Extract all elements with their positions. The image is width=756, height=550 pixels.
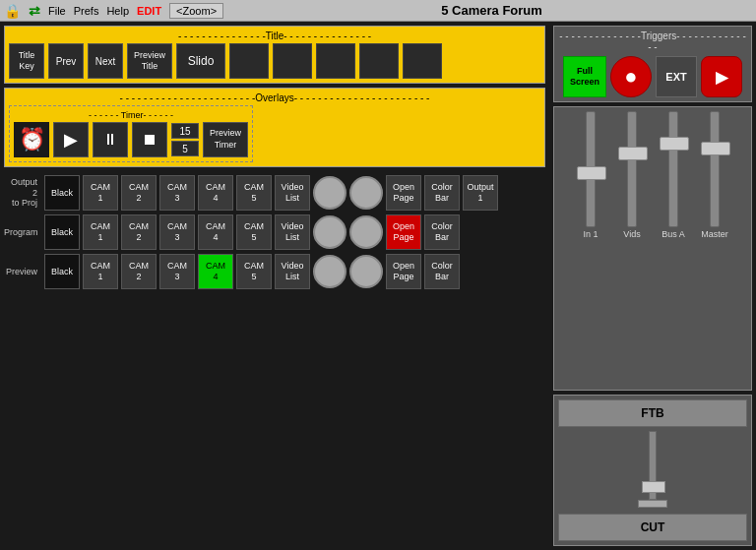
menu-help[interactable]: Help bbox=[106, 5, 129, 17]
window-title: 5 Camera Forum bbox=[231, 3, 752, 18]
triggers-row: FullScreen ● EXT ▶ bbox=[558, 56, 747, 97]
timer-clock-icon: ⏰ bbox=[14, 122, 49, 157]
bus-btn-2-0[interactable]: Black bbox=[44, 254, 80, 289]
fader-label-0: In 1 bbox=[583, 229, 598, 239]
bus-btn-0-7[interactable] bbox=[313, 176, 346, 210]
record-button[interactable]: ● bbox=[610, 56, 652, 97]
fader-track-1 bbox=[627, 111, 637, 227]
bus-btn-1-1[interactable]: CAM1 bbox=[83, 214, 118, 250]
title-section: - - - - - - - - - - - - - - -Title- - - … bbox=[4, 26, 545, 84]
fader-handle-0[interactable] bbox=[577, 166, 606, 180]
title-empty-buttons bbox=[229, 43, 442, 79]
bus-btn-0-0[interactable]: Black bbox=[44, 175, 80, 211]
title-empty-1[interactable] bbox=[229, 43, 269, 79]
bus-btn-2-3[interactable]: CAM3 bbox=[159, 254, 195, 289]
ext-button[interactable]: EXT bbox=[656, 56, 697, 97]
bus-btn-2-6[interactable]: VideoList bbox=[275, 254, 310, 289]
mixer-channel-2: Bus A bbox=[656, 111, 691, 239]
title-empty-5[interactable] bbox=[403, 43, 442, 79]
bus-row-2: PreviewBlackCAM1CAM2CAM3CAM4CAM5VideoLis… bbox=[4, 254, 545, 289]
bus-btn-2-1[interactable]: CAM1 bbox=[83, 254, 118, 289]
bus-rows: Output 2to ProjBlackCAM1CAM2CAM3CAM4CAM5… bbox=[4, 175, 545, 289]
bus-btn-0-9[interactable]: OpenPage bbox=[386, 175, 421, 211]
bus-btn-0-4[interactable]: CAM4 bbox=[198, 175, 233, 211]
fader-track-2 bbox=[668, 111, 678, 227]
bus-row-label-0: Output 2to Proj bbox=[4, 177, 41, 209]
title-empty-4[interactable] bbox=[359, 43, 399, 79]
timer-section: - - - - - - Timer- - - - - - ⏰ ▶ ⏸ ⏹ 15 … bbox=[9, 105, 253, 162]
bus-btn-1-10[interactable]: ColorBar bbox=[424, 214, 460, 250]
fader-label-3: Master bbox=[701, 229, 728, 239]
timer-num-2[interactable]: 5 bbox=[171, 141, 199, 156]
prev-button[interactable]: Prev bbox=[48, 43, 84, 79]
next-button[interactable]: Next bbox=[88, 43, 123, 79]
triggers-section: - - - - - - - - - - - - - -Triggers- - -… bbox=[553, 26, 752, 102]
title-empty-3[interactable] bbox=[316, 43, 355, 79]
ftb-fader-base bbox=[638, 500, 667, 508]
timer-controls: ⏰ ▶ ⏸ ⏹ 15 5 PreviewTimer bbox=[14, 122, 248, 157]
bus-btn-2-8[interactable] bbox=[349, 255, 383, 288]
triggers-label: - - - - - - - - - - - - - -Triggers- - -… bbox=[558, 31, 747, 52]
bus-btn-0-10[interactable]: ColorBar bbox=[424, 175, 460, 211]
mixer-section: In 1VidsBus AMaster bbox=[553, 106, 752, 391]
cut-button[interactable]: CUT bbox=[558, 514, 747, 541]
overlays-label: - - - - - - - - - - - - - - - - - - - - … bbox=[9, 92, 540, 103]
title-section-label: - - - - - - - - - - - - - - -Title- - - … bbox=[9, 31, 540, 41]
timer-numbers: 15 5 bbox=[171, 123, 199, 156]
fader-handle-3[interactable] bbox=[701, 142, 730, 155]
bus-btn-0-3[interactable]: CAM3 bbox=[159, 175, 195, 211]
left-panel: - - - - - - - - - - - - - - -Title- - - … bbox=[0, 22, 549, 550]
bus-btn-0-2[interactable]: CAM2 bbox=[121, 175, 157, 211]
mixer-channel-1: Vids bbox=[614, 111, 650, 239]
ftb-button[interactable]: FTB bbox=[558, 399, 747, 427]
bus-btn-2-4[interactable]: CAM4 bbox=[198, 254, 233, 289]
fader-label-1: Vids bbox=[623, 229, 640, 239]
bus-btn-2-9[interactable]: OpenPage bbox=[386, 254, 421, 289]
bus-btn-0-11[interactable]: Output1 bbox=[463, 175, 498, 211]
bus-btn-2-5[interactable]: CAM5 bbox=[236, 254, 272, 289]
timer-play-button[interactable]: ▶ bbox=[53, 122, 89, 157]
fader-handle-2[interactable] bbox=[660, 137, 689, 151]
bus-row-1: ProgramBlackCAM1CAM2CAM3CAM4CAM5VideoLis… bbox=[4, 214, 545, 250]
menu-edit[interactable]: EDIT bbox=[137, 5, 161, 17]
bus-btn-1-3[interactable]: CAM3 bbox=[159, 214, 195, 250]
preview-timer-button[interactable]: PreviewTimer bbox=[203, 122, 248, 157]
bus-btn-2-2[interactable]: CAM2 bbox=[121, 254, 157, 289]
timer-pause-button[interactable]: ⏸ bbox=[93, 122, 128, 157]
lock-icon[interactable]: 🔒 bbox=[4, 3, 21, 19]
bus-btn-1-6[interactable]: VideoList bbox=[275, 214, 310, 250]
bus-btn-2-7[interactable] bbox=[313, 255, 346, 288]
menu-bar: 🔒 ⇄ File Prefs Help EDIT <Zoom> 5 Camera… bbox=[0, 0, 756, 22]
fader-track-0 bbox=[586, 111, 596, 227]
zoom-selector[interactable]: <Zoom> bbox=[169, 3, 223, 19]
slido-button[interactable]: Slido bbox=[176, 43, 225, 79]
timer-num-1[interactable]: 15 bbox=[171, 123, 199, 139]
bus-row-label-1: Program bbox=[4, 227, 41, 238]
title-empty-2[interactable] bbox=[273, 43, 312, 79]
mixer-channel-0: In 1 bbox=[573, 111, 608, 239]
menu-file[interactable]: File bbox=[48, 5, 66, 17]
bus-btn-1-8[interactable] bbox=[349, 215, 383, 249]
mixer-channel-3: Master bbox=[697, 111, 732, 239]
bus-btn-0-6[interactable]: VideoList bbox=[275, 175, 310, 211]
ftb-fader-handle[interactable] bbox=[642, 481, 665, 493]
bus-btn-1-4[interactable]: CAM4 bbox=[198, 214, 233, 250]
bus-btn-0-1[interactable]: CAM1 bbox=[83, 175, 118, 211]
bus-btn-1-5[interactable]: CAM5 bbox=[236, 214, 272, 250]
bus-btn-0-8[interactable] bbox=[349, 176, 383, 210]
youtube-button[interactable]: ▶ bbox=[701, 56, 742, 97]
bus-btn-0-5[interactable]: CAM5 bbox=[236, 175, 272, 211]
full-screen-button[interactable]: FullScreen bbox=[563, 56, 606, 97]
bus-btn-1-0[interactable]: Black bbox=[44, 214, 80, 250]
ftb-fader-track bbox=[649, 431, 657, 500]
bus-btn-1-2[interactable]: CAM2 bbox=[121, 214, 157, 250]
timer-stop-button[interactable]: ⏹ bbox=[132, 122, 167, 157]
menu-prefs[interactable]: Prefs bbox=[74, 5, 99, 17]
preview-title-button[interactable]: PreviewTitle bbox=[127, 43, 172, 79]
bus-btn-2-10[interactable]: ColorBar bbox=[424, 254, 460, 289]
bus-btn-1-7[interactable] bbox=[313, 215, 346, 249]
title-key-button[interactable]: TitleKey bbox=[9, 43, 44, 79]
fader-handle-1[interactable] bbox=[618, 147, 648, 160]
bus-btn-1-9[interactable]: OpenPage bbox=[386, 214, 421, 250]
swap-icon[interactable]: ⇄ bbox=[29, 3, 40, 19]
